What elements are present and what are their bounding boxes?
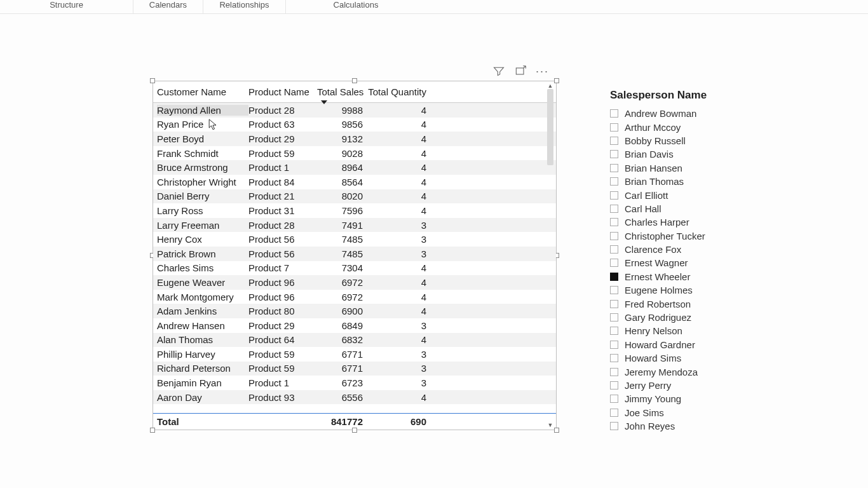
slicer-item[interactable]: Henry Nelson — [610, 324, 775, 337]
col-header-sales[interactable]: Total Sales — [317, 86, 367, 97]
vertical-scrollbar[interactable]: ▲ ▼ — [546, 83, 555, 428]
cell-product: Product 1 — [248, 377, 317, 388]
slicer-item[interactable]: Brian Davis — [610, 147, 775, 161]
slicer-item[interactable]: Carl Elliott — [610, 188, 775, 201]
table-row[interactable]: Benjamin RyanProduct 167233 — [153, 376, 556, 390]
col-header-customer[interactable]: Customer Name — [157, 86, 248, 97]
scroll-thumb[interactable] — [547, 89, 553, 165]
table-row[interactable]: Raymond AllenProduct 2899884 — [153, 103, 556, 118]
checkbox-icon[interactable] — [610, 177, 618, 186]
cell-qty: 3 — [367, 220, 430, 231]
slicer-item[interactable]: Howard Gardner — [610, 338, 775, 351]
table-row[interactable]: Adam JenkinsProduct 8069004 — [153, 304, 556, 318]
checkbox-icon[interactable] — [610, 313, 618, 322]
more-options-icon[interactable]: ··· — [536, 65, 549, 79]
table-row[interactable]: Frank SchmidtProduct 5990284 — [153, 146, 556, 161]
slicer-item[interactable]: Ernest Wagner — [610, 256, 775, 269]
table-visual[interactable]: Customer Name Product Name Total Sales T… — [153, 81, 557, 430]
checkbox-icon[interactable] — [610, 341, 618, 349]
cell-qty: 4 — [367, 306, 430, 316]
col-header-qty[interactable]: Total Quantity — [367, 86, 430, 97]
cell-customer: Larry Ross — [157, 205, 248, 216]
checkbox-icon[interactable] — [610, 150, 618, 158]
cell-qty: 3 — [367, 349, 430, 360]
slicer-item[interactable]: Christopher Tucker — [610, 229, 775, 243]
slicer-item[interactable]: Jerry Perry — [610, 379, 775, 392]
table-row[interactable]: Peter BoydProduct 2991324 — [153, 132, 556, 146]
cell-product: Product 29 — [248, 320, 317, 331]
checkbox-icon[interactable] — [610, 218, 618, 226]
cell-sales: 8020 — [317, 191, 367, 201]
table-row[interactable]: Larry RossProduct 3175964 — [153, 203, 556, 218]
table-row[interactable]: Phillip HarveyProduct 5967713 — [153, 347, 556, 362]
focus-mode-icon[interactable] — [514, 65, 527, 79]
slicer-item[interactable]: Clarence Fox — [610, 243, 775, 256]
checkbox-icon[interactable] — [610, 164, 618, 172]
checkbox-icon[interactable] — [610, 245, 618, 254]
scroll-down-icon[interactable]: ▼ — [548, 422, 553, 428]
filter-icon[interactable] — [492, 65, 505, 79]
checkbox-icon[interactable] — [610, 205, 618, 213]
slicer-item[interactable]: Jimmy Young — [610, 392, 775, 405]
footer-label: Total — [157, 416, 248, 427]
slicer-item[interactable]: Joe Sims — [610, 406, 775, 419]
table-row[interactable]: Aaron DayProduct 9365564 — [153, 390, 556, 405]
table-row[interactable]: Larry FreemanProduct 2874913 — [153, 218, 556, 233]
col-header-product[interactable]: Product Name — [248, 86, 317, 97]
table-row[interactable]: Ryan PriceProduct 6398564 — [153, 118, 556, 132]
checkbox-icon[interactable] — [610, 109, 618, 118]
table-row[interactable]: Bruce ArmstrongProduct 189644 — [153, 160, 556, 175]
slicer-item[interactable]: Andrew Bowman — [610, 107, 775, 120]
table-row[interactable]: Andrew HansenProduct 2968493 — [153, 318, 556, 333]
slicer-item[interactable]: Fred Robertson — [610, 297, 775, 310]
checkbox-icon[interactable] — [610, 354, 618, 362]
table-row[interactable]: Christopher WrightProduct 8485644 — [153, 175, 556, 189]
slicer-item[interactable]: Eugene Holmes — [610, 283, 775, 297]
cell-sales: 7304 — [317, 262, 367, 273]
checkbox-icon[interactable] — [610, 409, 618, 417]
checkbox-icon[interactable] — [610, 137, 618, 145]
ribbon-group-relationships: Relationships — [203, 0, 286, 13]
checkbox-icon[interactable] — [610, 232, 618, 240]
table-row[interactable]: Richard PetersonProduct 5967713 — [153, 362, 556, 376]
table-row[interactable]: Henry CoxProduct 5674853 — [153, 232, 556, 247]
table-row[interactable]: Mark MontgomeryProduct 9669724 — [153, 290, 556, 304]
checkbox-icon[interactable] — [610, 327, 618, 335]
cell-sales: 7596 — [317, 205, 367, 216]
slicer-item[interactable]: John Reyes — [610, 419, 775, 433]
checkbox-icon[interactable] — [610, 259, 618, 267]
slicer-item[interactable]: Howard Sims — [610, 351, 775, 365]
checkbox-icon[interactable] — [610, 368, 618, 376]
checkbox-icon[interactable] — [610, 300, 618, 308]
checkbox-icon[interactable] — [610, 191, 618, 200]
checkbox-icon[interactable] — [610, 286, 618, 294]
slicer-item[interactable]: Arthur Mccoy — [610, 120, 775, 133]
cell-customer: Frank Schmidt — [157, 148, 248, 159]
table-row[interactable]: Patrick BrownProduct 5674853 — [153, 247, 556, 261]
slicer-item[interactable]: Bobby Russell — [610, 134, 775, 147]
cell-customer: Peter Boyd — [157, 133, 248, 144]
table-row[interactable]: Daniel BerryProduct 2180204 — [153, 189, 556, 204]
checkbox-icon[interactable] — [610, 381, 618, 390]
slicer-item[interactable]: Brian Hansen — [610, 161, 775, 175]
salesperson-slicer[interactable]: Salesperson Name Andrew BowmanArthur Mcc… — [610, 89, 775, 433]
slicer-item[interactable]: Carl Hall — [610, 202, 775, 215]
slicer-item[interactable]: Ernest Wheeler — [610, 270, 775, 283]
scroll-up-icon[interactable]: ▲ — [548, 83, 553, 89]
checkbox-icon[interactable] — [610, 273, 618, 281]
table-row[interactable]: Charles SimsProduct 773044 — [153, 261, 556, 276]
table-row[interactable]: Eugene WeaverProduct 9669724 — [153, 275, 556, 290]
cell-customer: Henry Cox — [157, 234, 248, 245]
slicer-item[interactable]: Brian Thomas — [610, 175, 775, 188]
cell-qty: 3 — [367, 320, 430, 331]
cell-customer: Andrew Hansen — [157, 320, 248, 331]
svg-rect-0 — [516, 68, 524, 74]
checkbox-icon[interactable] — [610, 123, 618, 132]
slicer-item[interactable]: Gary Rodriguez — [610, 311, 775, 324]
checkbox-icon[interactable] — [610, 395, 618, 403]
checkbox-icon[interactable] — [610, 422, 618, 430]
slicer-item-label: Ernest Wheeler — [625, 271, 690, 282]
slicer-item[interactable]: Jeremy Mendoza — [610, 365, 775, 378]
slicer-item[interactable]: Charles Harper — [610, 215, 775, 229]
table-row[interactable]: Alan ThomasProduct 6468324 — [153, 333, 556, 348]
